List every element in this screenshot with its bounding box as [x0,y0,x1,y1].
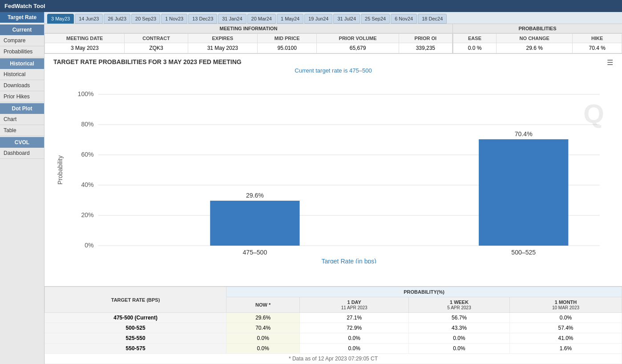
cell-meeting-date: 3 May 2023 [45,43,125,53]
svg-text:475–500: 475–500 [242,249,267,256]
date-tabs: 3 May2314 Jun2326 Jul2320 Sep231 Nov2313… [44,12,622,24]
table-row: 500-525 70.4% 72.9% 43.3% 57.4% [45,323,622,333]
sidebar-item-downloads[interactable]: Downloads [0,80,44,91]
svg-text:40%: 40% [81,181,93,188]
cell-rate-3: 550-575 [45,344,226,354]
sidebar-item-historical[interactable]: Historical [0,69,44,80]
cell-mid-price: 95.0100 [257,43,316,53]
date-tab-9[interactable]: 19 Jun24 [304,14,332,24]
date-tab-10[interactable]: 31 Jul24 [333,14,360,24]
table-row: 525-550 0.0% 0.0% 0.0% 41.0% [45,333,622,344]
sidebar-item-compare[interactable]: Compare [0,35,44,46]
meeting-info-table: MEETING DATE CONTRACT EXPIRES MID PRICE … [44,33,452,53]
table-row: 550-575 0.0% 0.0% 0.0% 1.6% [45,344,622,354]
date-tab-0[interactable]: 3 May23 [47,14,74,24]
meeting-info: MEETING INFORMATION MEETING DATE CONTRAC… [44,24,453,53]
cell-month1-0: 0.0% [509,313,622,323]
dotplot-section-header[interactable]: Dot Plot [0,103,44,114]
date-tab-8[interactable]: 1 May24 [277,14,303,24]
svg-text:20%: 20% [81,211,93,218]
cell-now-3: 0.0% [226,344,300,354]
th-1month: 1 MONTH10 MAR 2023 [509,297,622,313]
bottom-table-section: TARGET RATE (BPS) PROBABILITY(%) NOW * 1… [44,286,622,364]
th-1day: 1 DAY11 APR 2023 [300,297,409,313]
chart-container: TARGET RATE PROBABILITIES FOR 3 MAY 2023… [44,54,622,286]
cvol-section-header[interactable]: CVOL [0,137,44,148]
col-prior-oi: PRIOR OI [399,34,452,43]
th-probability: PROBABILITY(%) [226,287,622,297]
cell-rate-0: 475-500 (Current) [45,313,226,323]
th-target-rate: TARGET RATE (BPS) [45,287,226,313]
col-hike: HIKE [573,34,622,43]
svg-text:70.4%: 70.4% [515,130,533,138]
svg-text:29.6%: 29.6% [246,192,264,199]
svg-text:100%: 100% [78,90,94,97]
cell-prior-volume: 65,679 [317,43,399,53]
col-mid-price: MID PRICE [257,34,316,43]
cell-now-0: 29.6% [226,313,300,323]
cell-week1-2: 0.0% [409,333,510,344]
title-bar: FedWatch Tool [0,0,622,12]
cell-week1-1: 43.3% [409,323,510,333]
th-now: NOW * [226,297,300,313]
date-tab-7[interactable]: 20 Mar24 [247,14,276,24]
col-ease: EASE [453,34,497,43]
sidebar-item-table[interactable]: Table [0,125,44,136]
menu-icon[interactable]: ☰ [607,58,613,67]
col-contract: CONTRACT [125,34,188,43]
cell-month1-2: 41.0% [509,333,622,344]
cell-hike: 70.4 % [573,43,622,53]
col-prior-volume: PRIOR VOLUME [317,34,399,43]
bar-500-525 [479,139,568,246]
cell-month1-1: 57.4% [509,323,622,333]
chart-title: TARGET RATE PROBABILITIES FOR 3 MAY 2023… [53,58,613,65]
cell-ease: 0.0 % [453,43,497,53]
cell-rate-2: 525-550 [45,333,226,344]
probabilities-section: PROBABILITIES EASE NO CHANGE HIKE 0.0 % [453,24,622,53]
sidebar-item-probabilities[interactable]: Probabilities [0,46,44,57]
date-tab-6[interactable]: 31 Jan24 [218,14,246,24]
bar-475-500 [210,201,299,246]
date-tab-11[interactable]: 25 Sep24 [361,14,390,24]
date-tab-13[interactable]: 18 Dec24 [418,14,447,24]
cell-prior-oi: 339,235 [399,43,452,53]
footnote: * Data as of 12 Apr 2023 07:29:05 CT [45,354,622,364]
historical-section-header[interactable]: Historical [0,58,44,69]
target-rate-label: Target Rate [8,14,36,20]
date-tab-1[interactable]: 14 Jun23 [75,14,103,24]
col-no-change: NO CHANGE [497,34,573,43]
th-1week: 1 WEEK5 APR 2023 [409,297,510,313]
date-tab-2[interactable]: 26 Jul23 [104,14,130,24]
prob-header: PROBABILITIES [453,24,622,33]
meeting-section: MEETING INFORMATION MEETING DATE CONTRAC… [44,24,622,54]
current-section-header[interactable]: Current [0,24,44,35]
date-tab-5[interactable]: 13 Dec23 [188,14,217,24]
sidebar: Target Rate Current Compare Probabilitie… [0,12,44,364]
cell-expires: 31 May 2023 [188,43,257,53]
svg-text:500–525: 500–525 [511,249,536,256]
cell-now-2: 0.0% [226,333,300,344]
col-expires: EXPIRES [188,34,257,43]
cell-now-1: 70.4% [226,323,300,333]
cell-day1-3: 0.0% [300,344,409,354]
cell-no-change: 29.6 % [497,43,573,53]
chart-subtitle: Current target rate is 475–500 [53,67,613,74]
bottom-table-body: 475-500 (Current) 29.6% 27.1% 56.7% 0.0%… [45,313,622,354]
svg-text:Probability: Probability [57,155,64,184]
date-tab-12[interactable]: 6 Nov24 [391,14,417,24]
table-row: 475-500 (Current) 29.6% 27.1% 56.7% 0.0% [45,313,622,323]
cell-rate-1: 500-525 [45,323,226,333]
cell-month1-3: 1.6% [509,344,622,354]
prob-table: EASE NO CHANGE HIKE 0.0 % 29.6 % 70.4 % [453,33,622,53]
date-tab-4[interactable]: 1 Nov23 [161,14,187,24]
target-rate-button[interactable]: Target Rate [0,12,44,23]
sidebar-item-dashboard[interactable]: Dashboard [0,148,44,159]
app-title: FedWatch Tool [4,3,45,9]
cell-day1-2: 0.0% [300,333,409,344]
svg-text:0%: 0% [85,242,93,249]
date-tab-3[interactable]: 20 Sep23 [131,14,160,24]
main-layout: Target Rate Current Compare Probabilitie… [0,12,622,364]
bottom-prob-table: TARGET RATE (BPS) PROBABILITY(%) NOW * 1… [44,287,622,364]
sidebar-item-prior-hikes[interactable]: Prior Hikes [0,91,44,102]
sidebar-item-chart[interactable]: Chart [0,114,44,125]
